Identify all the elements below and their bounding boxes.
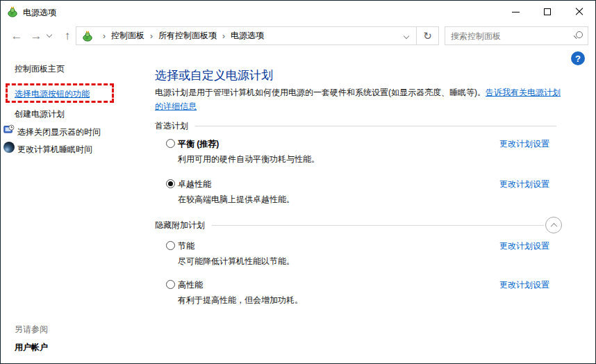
plan-row-high-performance: 高性能 更改计划设置 有利于提高性能，但会增加功耗。 [166, 279, 555, 307]
up-icon: ↑ [65, 30, 71, 42]
window-title: 电源选项 [23, 7, 56, 19]
breadcrumb-separator: › [150, 31, 153, 41]
change-plan-settings-link[interactable]: 更改计划设置 [499, 240, 549, 252]
close-icon [575, 8, 583, 16]
refresh-button[interactable]: ↻ [416, 26, 439, 45]
title-bar: 电源选项 [1, 1, 595, 23]
change-plan-settings-link[interactable]: 更改计划设置 [499, 138, 549, 150]
page-title: 选择或自定义电源计划 [155, 67, 273, 83]
plan-row-ultimate: 卓越性能 更改计划设置 在较高端电脑上提供卓越性能。 [166, 179, 555, 206]
description-text: 电源计划是用于管理计算机如何使用电源的一套硬件和系统设置(如显示器亮度、睡眠等)… [155, 88, 486, 97]
radio-ultimate[interactable] [166, 179, 175, 188]
sidebar-item-control-panel-home[interactable]: 控制面板主页 [15, 63, 65, 75]
close-button[interactable] [563, 1, 595, 23]
navigation-bar: ← → ↑ › 控制面板 › 所有控制面板项 › 电源选项 ↻ [1, 23, 595, 49]
back-icon: ← [11, 30, 23, 42]
sidebar-item-user-accounts[interactable]: 用户帐户 [15, 342, 48, 354]
address-dropdown-icon[interactable] [404, 33, 409, 38]
breadcrumb-power-options[interactable]: 电源选项 [231, 30, 264, 42]
section-preferred-plans: 首选计划 [155, 120, 188, 132]
display-timeout-icon [3, 124, 15, 135]
change-plan-settings-link[interactable]: 更改计划设置 [499, 179, 549, 190]
section-hidden-plans: 隐藏附加计划 [155, 220, 205, 231]
see-also-label: 另请参阅 [15, 324, 48, 336]
sidebar-item-sleep-time[interactable]: 更改计算机睡眠时间 [17, 144, 92, 156]
power-options-icon [7, 6, 18, 17]
plan-row-balanced: 平衡 (推荐) 更改计划设置 利用可用的硬件自动平衡功耗与性能。 [166, 138, 555, 166]
search-icon [573, 31, 582, 40]
page-description: 电源计划是用于管理计算机如何使用电源的一套硬件和系统设置(如显示器亮度、睡眠等)… [155, 85, 563, 113]
breadcrumb-all-items[interactable]: 所有控制面板项 [158, 30, 217, 42]
maximize-icon [544, 8, 551, 15]
refresh-icon: ↻ [423, 30, 432, 42]
plan-description: 有利于提高性能，但会增加功耗。 [178, 295, 303, 306]
plan-name: 节能 [178, 240, 194, 252]
section-divider [212, 225, 544, 226]
help-button[interactable]: ? [571, 51, 585, 65]
change-plan-settings-link[interactable]: 更改计划设置 [499, 279, 549, 291]
collapse-plans-button[interactable] [545, 217, 562, 233]
breadcrumb-separator: › [222, 31, 225, 41]
breadcrumb-separator: › [103, 31, 106, 41]
sidebar-item-display-off-time[interactable]: 选择关闭显示器的时间 [17, 126, 101, 138]
forward-button[interactable]: → [27, 23, 45, 49]
back-button[interactable]: ← [8, 23, 26, 49]
address-bar[interactable]: › 控制面板 › 所有控制面板项 › 电源选项 [76, 26, 417, 45]
sleep-icon [3, 142, 15, 153]
plan-description: 尽可能降低计算机性能以节能。 [178, 256, 295, 267]
power-options-breadcrumb-icon [82, 31, 93, 42]
radio-power-saver[interactable] [166, 241, 175, 250]
minimize-icon [512, 12, 520, 13]
section-divider [195, 126, 556, 126]
help-icon: ? [575, 53, 581, 64]
breadcrumb-control-panel[interactable]: 控制面板 [111, 30, 144, 42]
radio-balanced[interactable] [166, 139, 175, 148]
search-box [445, 26, 588, 45]
search-input[interactable] [451, 31, 573, 41]
plan-name: 平衡 (推荐) [178, 138, 219, 150]
sidebar-item-power-buttons[interactable]: 选择电源按钮的功能 [15, 88, 90, 100]
forward-icon: → [31, 30, 42, 42]
plan-description: 利用可用的硬件自动平衡功耗与性能。 [178, 154, 320, 165]
chevron-up-icon [550, 222, 557, 229]
maximize-button[interactable] [531, 1, 563, 23]
minimize-button[interactable] [499, 1, 531, 23]
power-options-window: 电源选项 ← → ↑ › 控制面板 › 所有控制面板项 › 电源选项 ↻ [0, 0, 596, 364]
plan-name: 卓越性能 [178, 179, 211, 190]
plan-name: 高性能 [178, 279, 203, 291]
plan-row-power-saver: 节能 更改计划设置 尽可能降低计算机性能以节能。 [166, 240, 555, 268]
up-button[interactable]: ↑ [59, 23, 76, 49]
sidebar-item-create-plan[interactable]: 创建电源计划 [15, 108, 65, 120]
radio-high-performance[interactable] [166, 280, 175, 289]
history-dropdown-icon[interactable] [47, 32, 52, 38]
plan-description: 在较高端电脑上提供卓越性能。 [178, 194, 295, 206]
